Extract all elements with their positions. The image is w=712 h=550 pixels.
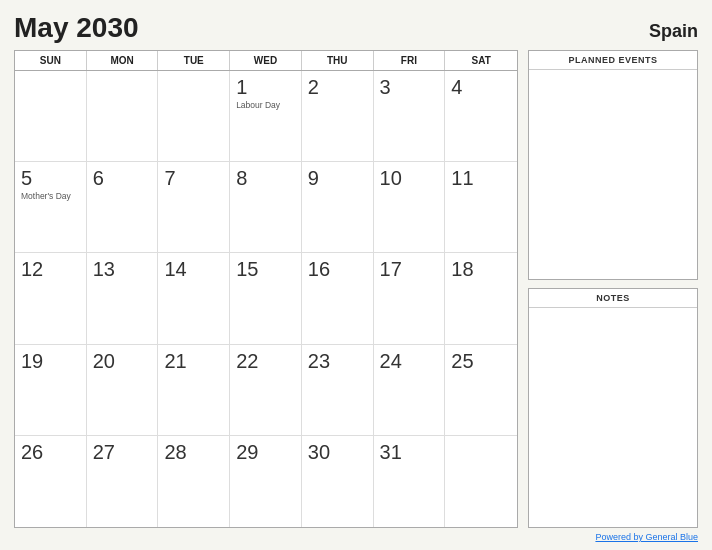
cell-date-number: 31 xyxy=(380,440,402,464)
calendar-cell xyxy=(15,71,87,162)
cell-date-number: 22 xyxy=(236,349,258,373)
day-header-thu: THU xyxy=(302,51,374,70)
calendar-cell: 24 xyxy=(374,345,446,436)
cell-date-number: 14 xyxy=(164,257,186,281)
calendar-cell: 25 xyxy=(445,345,517,436)
cell-date-number: 2 xyxy=(308,75,319,99)
calendar-cell: 26 xyxy=(15,436,87,527)
calendar-cell xyxy=(87,71,159,162)
cell-date-number: 25 xyxy=(451,349,473,373)
day-header-fri: FRI xyxy=(374,51,446,70)
cell-date-number: 20 xyxy=(93,349,115,373)
calendar-page: May 2030 Spain SUNMONTUEWEDTHUFRISAT 1La… xyxy=(0,0,712,550)
cell-date-number: 12 xyxy=(21,257,43,281)
calendar-cell: 12 xyxy=(15,253,87,344)
calendar-cell xyxy=(158,71,230,162)
calendar-cell: 7 xyxy=(158,162,230,253)
calendar-cell: 23 xyxy=(302,345,374,436)
cell-date-number: 18 xyxy=(451,257,473,281)
cell-date-number: 16 xyxy=(308,257,330,281)
calendar-cell xyxy=(445,436,517,527)
day-header-sat: SAT xyxy=(445,51,517,70)
calendar-cell: 30 xyxy=(302,436,374,527)
cell-date-number: 9 xyxy=(308,166,319,190)
calendar-cell: 9 xyxy=(302,162,374,253)
cell-event-label: Mother's Day xyxy=(21,191,71,201)
cell-date-number: 11 xyxy=(451,166,473,190)
planned-events-title: PLANNED EVENTS xyxy=(529,51,697,70)
calendar-cell: 11 xyxy=(445,162,517,253)
cell-date-number: 28 xyxy=(164,440,186,464)
header-row: May 2030 Spain xyxy=(14,12,698,44)
cell-date-number: 19 xyxy=(21,349,43,373)
calendar-cell: 29 xyxy=(230,436,302,527)
planned-events-content xyxy=(529,70,697,279)
calendar-cell: 27 xyxy=(87,436,159,527)
cell-date-number: 23 xyxy=(308,349,330,373)
calendar-section: SUNMONTUEWEDTHUFRISAT 1Labour Day2345Mot… xyxy=(14,50,518,528)
cell-date-number: 1 xyxy=(236,75,247,99)
cell-date-number: 10 xyxy=(380,166,402,190)
calendar-cell: 13 xyxy=(87,253,159,344)
calendar-cell: 20 xyxy=(87,345,159,436)
calendar-cell: 8 xyxy=(230,162,302,253)
month-title: May 2030 xyxy=(14,12,139,44)
cell-date-number: 7 xyxy=(164,166,175,190)
day-headers: SUNMONTUEWEDTHUFRISAT xyxy=(15,51,517,71)
notes-title: NOTES xyxy=(529,289,697,308)
cell-date-number: 26 xyxy=(21,440,43,464)
notes-content xyxy=(529,308,697,527)
cell-event-label: Labour Day xyxy=(236,100,280,110)
powered-by-link[interactable]: Powered by General Blue xyxy=(595,532,698,542)
notes-box: NOTES xyxy=(528,288,698,528)
cell-date-number: 3 xyxy=(380,75,391,99)
calendar-cell: 31 xyxy=(374,436,446,527)
calendar-cell: 5Mother's Day xyxy=(15,162,87,253)
cell-date-number: 8 xyxy=(236,166,247,190)
main-content: SUNMONTUEWEDTHUFRISAT 1Labour Day2345Mot… xyxy=(14,50,698,528)
calendar-cell: 22 xyxy=(230,345,302,436)
day-header-wed: WED xyxy=(230,51,302,70)
cell-date-number: 13 xyxy=(93,257,115,281)
cell-date-number: 4 xyxy=(451,75,462,99)
calendar-cell: 10 xyxy=(374,162,446,253)
cell-date-number: 24 xyxy=(380,349,402,373)
cell-date-number: 27 xyxy=(93,440,115,464)
calendar-cell: 19 xyxy=(15,345,87,436)
calendar-cell: 17 xyxy=(374,253,446,344)
country-title: Spain xyxy=(649,21,698,42)
cell-date-number: 17 xyxy=(380,257,402,281)
right-panel: PLANNED EVENTS NOTES xyxy=(528,50,698,528)
cell-date-number: 29 xyxy=(236,440,258,464)
day-header-mon: MON xyxy=(87,51,159,70)
footer: Powered by General Blue xyxy=(14,532,698,542)
planned-events-box: PLANNED EVENTS xyxy=(528,50,698,280)
calendar-cell: 28 xyxy=(158,436,230,527)
cell-date-number: 30 xyxy=(308,440,330,464)
cell-date-number: 21 xyxy=(164,349,186,373)
calendar-cell: 16 xyxy=(302,253,374,344)
calendar-cell: 21 xyxy=(158,345,230,436)
calendar-cell: 14 xyxy=(158,253,230,344)
calendar-cell: 15 xyxy=(230,253,302,344)
day-header-tue: TUE xyxy=(158,51,230,70)
day-header-sun: SUN xyxy=(15,51,87,70)
calendar-cell: 1Labour Day xyxy=(230,71,302,162)
calendar-grid: 1Labour Day2345Mother's Day6789101112131… xyxy=(15,71,517,527)
calendar-cell: 3 xyxy=(374,71,446,162)
calendar-cell: 4 xyxy=(445,71,517,162)
cell-date-number: 5 xyxy=(21,166,32,190)
cell-date-number: 6 xyxy=(93,166,104,190)
calendar-cell: 6 xyxy=(87,162,159,253)
cell-date-number: 15 xyxy=(236,257,258,281)
calendar-cell: 18 xyxy=(445,253,517,344)
calendar-cell: 2 xyxy=(302,71,374,162)
